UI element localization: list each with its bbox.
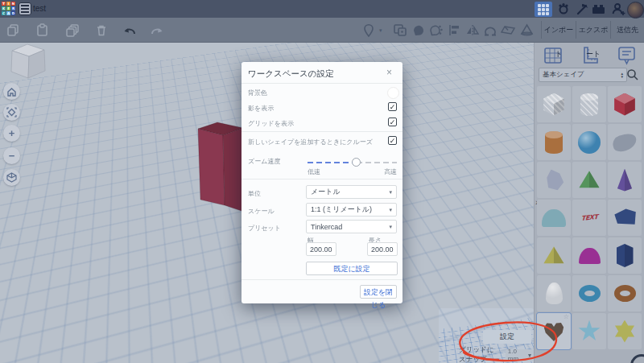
shape-tile-tube-brown[interactable] [608, 275, 642, 311]
ungroup-icon[interactable] [483, 23, 497, 37]
shape-tile-pyramid-yellow[interactable] [537, 237, 571, 274]
shape-tile-text-red[interactable]: TEXT [572, 200, 606, 236]
shape-tile-star-blue[interactable] [572, 313, 606, 349]
show-grid-checkbox[interactable]: ✓ [388, 118, 397, 126]
invite-person-icon[interactable] [612, 2, 626, 16]
shape-tile-sphere-blue[interactable] [572, 124, 606, 160]
workplane-icon[interactable] [501, 23, 516, 37]
fast-label: 高速 [384, 167, 397, 176]
delete-icon[interactable] [95, 23, 108, 37]
zoom-speed-slider[interactable] [308, 158, 397, 167]
mirror-icon[interactable] [465, 23, 480, 37]
dashboard-grid-button[interactable] [535, 2, 552, 17]
shape-tile-torus-blue[interactable] [572, 275, 606, 311]
preset-select[interactable]: Tinkercad ▾ [306, 220, 397, 233]
user-avatar[interactable] [627, 2, 644, 19]
perspective-cube-icon [6, 172, 17, 183]
width-input[interactable] [306, 242, 336, 256]
unit-select[interactable]: メートル ▾ [306, 185, 397, 199]
grid-settings-button[interactable]: 設定 [483, 330, 531, 344]
shape-category-value: 基本シェイプ [543, 70, 584, 80]
snap-grid-control: グリッドにスナップ 1.0 mm ▾ [459, 349, 534, 361]
tinkercad-app: TINKERCAD test [0, 0, 644, 363]
shape-tile-round-roof-teal[interactable] [537, 200, 571, 236]
zoom-out-button[interactable]: − [3, 147, 20, 164]
hole-icon[interactable] [428, 23, 444, 37]
shape-tile-box-red[interactable] [608, 86, 642, 122]
duplicate-icon[interactable] [65, 23, 80, 37]
shape-tile-polygon-navy[interactable] [608, 200, 642, 236]
home-view-button[interactable] [3, 83, 20, 100]
caret-down-icon: ▾ [389, 189, 392, 196]
scale-value: 1:1 (ミリメートル) [311, 204, 372, 215]
align-icon[interactable] [448, 23, 460, 37]
shape-tile-scribble-gray[interactable] [608, 124, 642, 160]
show-grid-label: グリッドを表示 [248, 119, 294, 128]
redo-icon[interactable] [150, 25, 164, 35]
scale-select[interactable]: 1:1 (ミリメートル) ▾ [306, 203, 397, 217]
tinker-gear-icon[interactable] [557, 2, 570, 15]
home-icon [6, 87, 17, 97]
search-icon[interactable] [626, 68, 639, 81]
background-color-swatch[interactable] [387, 87, 399, 99]
preset-value: Tinkercad [311, 223, 342, 231]
shape-grid: TEXT [537, 86, 643, 349]
slow-label: 低速 [308, 167, 320, 176]
designs-menu-icon[interactable] [19, 2, 31, 15]
scale-label: スケール [248, 207, 275, 216]
bg-color-label: 背景色 [248, 89, 267, 97]
solid-icon[interactable] [411, 23, 425, 37]
snap-grid-label: グリッドにスナップ [459, 345, 501, 363]
shapes-panel: 基本シェイプ ▴▾ › TEXT [534, 42, 644, 363]
design-title[interactable]: test [33, 4, 46, 13]
set-default-button[interactable]: 既定に設定 [306, 262, 398, 275]
shape-tile-star-yellow[interactable] [608, 313, 642, 349]
pin-caret-icon[interactable]: ▾ [379, 27, 382, 34]
zoom-in-button[interactable]: + [3, 125, 20, 142]
shape-tile-roof-green[interactable] [572, 162, 606, 198]
group-icon[interactable] [393, 23, 407, 37]
show-shadow-label: 影を表示 [248, 104, 274, 113]
drop-pin-icon[interactable] [363, 23, 374, 37]
select-sorter-icon: ▴▾ [621, 72, 623, 78]
paste-icon[interactable] [35, 23, 49, 37]
shape-tile-box-transparent[interactable] [537, 86, 571, 122]
zoom-speed-track-rest [357, 162, 397, 163]
shape-tile-heart-brown[interactable] [537, 313, 571, 349]
undo-icon[interactable] [122, 25, 137, 35]
notes-tool-icon[interactable] [617, 46, 636, 66]
brick-icon[interactable] [592, 2, 605, 15]
close-settings-button[interactable]: 設定を閉じる [360, 285, 397, 299]
workspace-settings-dialog: ワークスペースの設定 × 背景色 影を表示 ✓ グリッドを表示 ✓ 新しいシェイ… [242, 62, 402, 303]
zoom-speed-handle[interactable] [352, 158, 361, 167]
shape-tile-paraboloid-white[interactable] [537, 275, 571, 311]
fit-view-button[interactable] [3, 104, 20, 121]
app-header: TINKERCAD test [0, 0, 644, 18]
zoom-speed-label: ズーム速度 [248, 157, 280, 166]
unit-label: 単位 [248, 189, 261, 198]
shape-tile-prism-navy[interactable] [608, 237, 642, 274]
copy-icon[interactable] [6, 23, 20, 37]
close-icon[interactable]: × [386, 67, 392, 78]
send-to-button[interactable]: 送信先 [611, 18, 644, 42]
tinkercad-logo-icon[interactable]: TINKERCAD [2, 2, 16, 16]
snap-grid-value: 1.0 mm [508, 348, 528, 362]
shape-tile-cone-purple[interactable] [608, 162, 642, 198]
caret-down-icon: ▾ [389, 224, 392, 230]
import-button[interactable]: インポート [542, 18, 576, 42]
shape-tile-cylinder-transparent[interactable] [572, 86, 606, 122]
shape-tile-extrusion-gray[interactable] [537, 162, 571, 198]
view-cube[interactable] [6, 43, 48, 83]
cruise-label: 新しいシェイプを追加するときにクルーズ [248, 138, 373, 146]
shape-tile-cylinder-orange[interactable] [537, 124, 571, 160]
export-button[interactable]: エクスポート [576, 18, 610, 42]
perspective-toggle-button[interactable] [3, 169, 20, 186]
show-shadow-checkbox[interactable]: ✓ [388, 102, 397, 111]
shape-tile-half-sphere-magenta[interactable] [572, 237, 606, 274]
shape-category-select[interactable]: 基本シェイプ ▴▾ [539, 68, 627, 82]
snap-grid-select[interactable]: 1.0 mm ▾ [506, 349, 534, 361]
ruler-icon[interactable] [520, 23, 534, 37]
cruise-checkbox[interactable]: ✓ [388, 136, 397, 145]
pickaxe-icon[interactable] [576, 2, 589, 16]
length-input[interactable] [367, 242, 398, 256]
